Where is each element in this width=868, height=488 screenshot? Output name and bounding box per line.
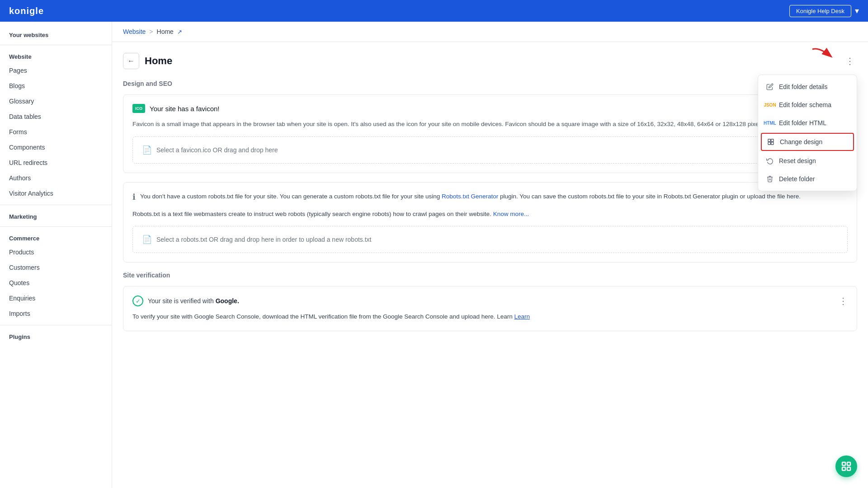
sidebar-item-glossary-label: Glossary (9, 98, 34, 105)
topnav-chevron-icon[interactable]: ▾ (855, 6, 859, 16)
sidebar-item-data-tables-label: Data tables (9, 113, 41, 120)
marketing-section-header: Marketing (0, 209, 112, 223)
design-icon (766, 137, 775, 146)
external-link-icon[interactable]: ↗ (177, 28, 182, 35)
verification-header: ✓ Your site is verified with Google. ⋮ (132, 296, 848, 306)
sidebar-item-enquiries[interactable]: Enquiries (0, 291, 112, 306)
favicon-upload-area[interactable]: 📄 Select a favicon.ico OR drag and drop … (132, 136, 848, 164)
svg-rect-7 (847, 467, 850, 470)
sidebar-item-enquiries-label: Enquiries (9, 295, 35, 302)
sidebar-item-visitor-analytics[interactable]: Visitor Analytics (0, 186, 112, 201)
sidebar-item-quotes-label: Quotes (9, 279, 29, 286)
robots-upload-area[interactable]: 📄 Select a robots.txt OR drag and drop h… (132, 226, 848, 253)
sidebar-divider-3 (0, 226, 112, 227)
design-seo-section-title: Design and SEO (123, 80, 857, 87)
dropdown-delete-folder[interactable]: Delete folder (758, 170, 857, 188)
sidebar-divider-4 (0, 325, 112, 325)
dropdown-edit-folder-details-label: Edit folder details (779, 83, 827, 90)
fab-button[interactable] (835, 455, 857, 477)
logo: konigle (9, 6, 44, 16)
breadcrumb: Website > Home ↗ (112, 22, 868, 42)
dropdown-reset-design[interactable]: Reset design (758, 152, 857, 170)
sidebar-item-authors[interactable]: Authors (0, 170, 112, 186)
dropdown-edit-folder-schema-label: Edit folder schema (779, 101, 831, 108)
json-icon: JSON (765, 100, 774, 109)
back-button[interactable]: ← (123, 53, 139, 69)
sidebar-item-imports[interactable]: Imports (0, 306, 112, 321)
sidebar-item-url-redirects[interactable]: URL redirects (0, 155, 112, 170)
page-title: Home (145, 55, 172, 67)
sidebar-item-imports-label: Imports (9, 310, 30, 317)
sidebar-item-forms[interactable]: Forms (0, 124, 112, 140)
sidebar-item-forms-label: Forms (9, 128, 27, 136)
more-icon: ⋮ (845, 56, 854, 66)
sidebar-item-url-redirects-label: URL redirects (9, 159, 47, 166)
svg-rect-3 (771, 142, 774, 145)
verified-text: Your site is verified with Google. (148, 297, 239, 305)
trash-icon (765, 174, 774, 183)
commerce-section-header: Commerce (0, 230, 112, 244)
dropdown-edit-folder-html-label: Edit folder HTML (779, 119, 826, 127)
file-icon: 📄 (142, 145, 152, 155)
sidebar-item-data-tables[interactable]: Data tables (0, 109, 112, 124)
dropdown-change-design-label: Change design (780, 138, 822, 145)
html-icon: HTML (765, 118, 774, 127)
dropdown-menu: Edit folder details JSON Edit folder sch… (758, 75, 857, 191)
sidebar-item-glossary[interactable]: Glossary (0, 94, 112, 109)
breadcrumb-separator: > (149, 28, 153, 35)
svg-rect-1 (771, 139, 774, 141)
dropdown-edit-folder-details[interactable]: Edit folder details (758, 78, 857, 96)
svg-rect-6 (842, 467, 845, 470)
dropdown-change-design[interactable]: Change design (761, 133, 854, 151)
robots-upload-placeholder: Select a robots.txt OR drag and drop her… (156, 236, 372, 243)
help-desk-button[interactable]: Konigle Help Desk (789, 5, 851, 17)
verification-learn-more-link[interactable]: Learn (514, 313, 530, 320)
svg-rect-2 (768, 142, 770, 145)
reset-icon (765, 156, 774, 165)
site-verification-card: ✓ Your site is verified with Google. ⋮ T… (123, 286, 857, 331)
sidebar-item-blogs[interactable]: Blogs (0, 78, 112, 94)
verified-description: To verify your site with Google Search C… (132, 312, 848, 322)
dropdown-edit-folder-html[interactable]: HTML Edit folder HTML (758, 114, 857, 132)
back-icon: ← (127, 57, 135, 65)
pencil-icon (765, 82, 774, 91)
red-arrow-annotation (810, 45, 837, 65)
your-websites-header: Your websites (0, 27, 112, 41)
sidebar-item-customers[interactable]: Customers (0, 260, 112, 275)
breadcrumb-website-link[interactable]: Website (123, 28, 146, 35)
sidebar-item-visitor-analytics-label: Visitor Analytics (9, 190, 53, 197)
sidebar-divider-1 (0, 45, 112, 45)
dropdown-edit-folder-schema[interactable]: JSON Edit folder schema (758, 96, 857, 114)
site-verification-section-title: Site verification (123, 272, 857, 279)
dropdown-reset-design-label: Reset design (779, 157, 816, 164)
more-options-button[interactable]: ⋮ (843, 54, 857, 68)
sidebar-divider-2 (0, 205, 112, 205)
sidebar-item-products[interactable]: Products (0, 244, 112, 260)
verification-more-button[interactable]: ⋮ (839, 296, 848, 306)
robots-know-more-link[interactable]: Know more... (493, 211, 529, 217)
sidebar-item-pages[interactable]: Pages (0, 63, 112, 78)
breadcrumb-home: Home (157, 28, 174, 35)
sidebar-item-products-label: Products (9, 249, 34, 256)
topnav-right: Konigle Help Desk ▾ (789, 5, 859, 17)
svg-rect-5 (847, 462, 850, 465)
robots-subtext: Robots.txt is a text file webmasters cre… (132, 209, 848, 219)
sidebar-item-pages-label: Pages (9, 67, 27, 74)
favicon-icon: ICO (132, 104, 145, 113)
sidebar-item-customers-label: Customers (9, 264, 40, 271)
sidebar-item-components[interactable]: Components (0, 140, 112, 155)
robots-file-icon: 📄 (142, 235, 152, 244)
favicon-upload-placeholder: Select a favicon.ico OR drag and drop he… (156, 146, 278, 154)
sidebar-item-blogs-label: Blogs (9, 82, 25, 89)
svg-rect-0 (768, 139, 770, 141)
robots-generator-link[interactable]: Robots.txt Generator (442, 193, 498, 200)
website-section-header: Website (0, 49, 112, 63)
verified-row: ✓ Your site is verified with Google. (132, 296, 239, 306)
page-header: ← Home ⋮ (123, 53, 857, 69)
dropdown-delete-folder-label: Delete folder (779, 175, 815, 183)
favicon-card: ICO Your site has a favicon! Favicon is … (123, 94, 857, 173)
sidebar: Your websites Website Pages Blogs Glossa… (0, 22, 112, 488)
favicon-header: ICO Your site has a favicon! (132, 104, 848, 113)
favicon-icon-label: ICO (135, 106, 142, 111)
sidebar-item-quotes[interactable]: Quotes (0, 275, 112, 291)
